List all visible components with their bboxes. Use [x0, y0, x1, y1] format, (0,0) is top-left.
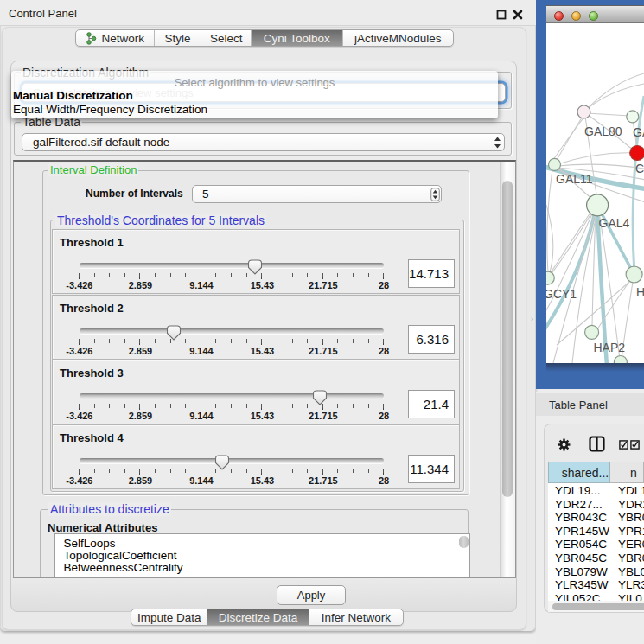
svg-text:HAP2: HAP2 — [594, 341, 626, 354]
svg-text:GA: GA — [633, 125, 644, 139]
svg-text:GAL80: GAL80 — [584, 124, 622, 138]
svg-text:GCY1: GCY1 — [546, 287, 577, 301]
svg-text:GAL11: GAL11 — [556, 172, 593, 186]
svg-text:H: H — [636, 285, 644, 299]
svg-text:C: C — [635, 162, 644, 175]
svg-text:GAL4: GAL4 — [599, 216, 630, 230]
